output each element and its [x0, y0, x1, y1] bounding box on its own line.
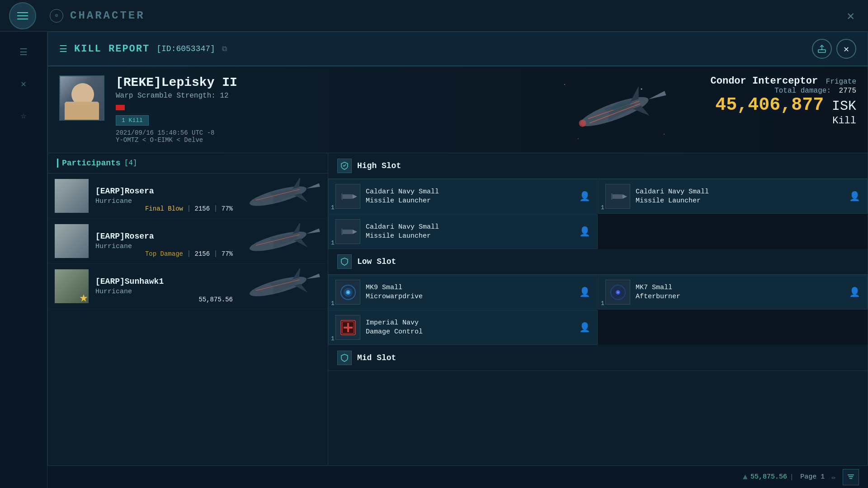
missile-launcher-icon-2 — [605, 184, 630, 209]
damage-label-final-1: Final Blow — [145, 205, 183, 212]
svg-marker-24 — [306, 229, 320, 235]
panel-footer: ▲ 55,875.56 | Page 1 ✏ — [47, 465, 868, 488]
participants-panel: Participants [4] [EARP]Rosera Hurricane — [48, 153, 328, 478]
footer-amount: 55,875.56 — [750, 473, 787, 481]
kill-info-section: [REKE]Lepisky II Warp Scramble Strength:… — [48, 66, 868, 153]
character-icon: ⊙ — [50, 9, 63, 23]
character-title: CHARACTER — [70, 9, 145, 22]
main-panel: ☰ KILL REPORT [ID:6053347] ⧉ ✕ [REKE]Lep… — [47, 32, 868, 488]
pilot-avatar — [59, 75, 104, 121]
missile-icon — [609, 188, 627, 206]
damage-info-3: 55,875.56 — [198, 296, 233, 303]
export-icon — [817, 44, 826, 53]
low-slot-item-name-1: MK9 SmallMicrowarpdrive — [366, 283, 574, 301]
high-slot-item-name-1: Caldari Navy SmallMissile Launcher — [366, 188, 574, 205]
participant-ship-silhouette-1 — [235, 178, 321, 214]
svg-rect-57 — [344, 327, 353, 328]
participants-count: [4] — [124, 159, 137, 167]
svg-marker-31 — [306, 274, 320, 281]
avatar-image-female-2 — [55, 224, 89, 258]
low-slot-item-name-3: Imperial NavyDamage Control — [366, 319, 574, 336]
participant-avatar-3 — [55, 269, 89, 303]
character-nav: ⊙ CHARACTER — [50, 9, 145, 23]
export-button[interactable] — [812, 39, 832, 59]
missile-launcher-icon-1 — [335, 184, 360, 209]
total-damage-row: Total damage: 2775 — [711, 87, 856, 95]
low-slot-count-2: 1 — [601, 300, 604, 307]
damage-pct-1: 77% — [222, 205, 233, 212]
svg-point-53 — [617, 291, 619, 293]
damage-info-2: Top Damage | 2156 | 77% — [145, 250, 233, 258]
participant-row: [EARP]Rosera Hurricane Top Dama — [48, 219, 328, 264]
high-slot-icon — [337, 159, 352, 173]
avatar-image-female — [55, 179, 89, 213]
svg-rect-39 — [341, 193, 343, 200]
equipment-item[interactable]: Caldari Navy SmallMissile Launcher 1 👤 — [598, 179, 868, 214]
isk-value: 45,406,877 — [715, 95, 824, 115]
shield-icon — [340, 161, 349, 170]
microwarpdrive-icon — [339, 283, 357, 301]
damage-control-icon — [335, 315, 360, 340]
close-report-button[interactable]: ✕ — [836, 39, 856, 59]
low-slot-count-3: 1 — [331, 335, 335, 342]
copy-icon[interactable]: ⧉ — [222, 45, 227, 53]
sidebar-star-icon[interactable]: ☆ — [12, 104, 35, 127]
sidebar-hamburger-icon[interactable]: ☰ — [12, 41, 35, 63]
kill-report-header: ☰ KILL REPORT [ID:6053347] ⧉ ✕ — [48, 32, 868, 66]
svg-rect-40 — [611, 194, 623, 199]
equipment-item[interactable]: MK9 SmallMicrowarpdrive 1 👤 — [328, 275, 598, 310]
damage-info-1: Final Blow | 2156 | 77% — [145, 205, 233, 213]
equipment-item[interactable]: MK7 SmallAfterburner 1 👤 — [598, 275, 868, 310]
mid-slot-header: Mid Slot — [328, 345, 868, 371]
sidebar-cross-icon[interactable]: ✕ — [12, 72, 35, 95]
svg-rect-37 — [341, 194, 353, 199]
equipment-item[interactable]: Caldari Navy SmallMissile Launcher 1 👤 — [328, 179, 598, 214]
svg-marker-3 — [647, 91, 666, 101]
header-accent-bar — [57, 159, 58, 168]
high-slot-item-name-3: Caldari Navy SmallMissile Launcher — [366, 223, 574, 240]
equipment-item[interactable]: Caldari Navy SmallMissile Launcher 1 👤 — [328, 214, 598, 249]
top-bar: ⊙ CHARACTER ✕ — [0, 0, 868, 32]
svg-point-13 — [664, 134, 665, 135]
filter-button[interactable] — [843, 469, 859, 485]
footer-page: Page 1 — [800, 473, 825, 481]
afterburner-icon — [605, 280, 630, 305]
afterburner-icon-svg — [609, 283, 627, 301]
low-slot-grid: MK9 SmallMicrowarpdrive 1 👤 MK7 Sm — [328, 275, 868, 345]
missile-icon — [339, 188, 357, 206]
svg-marker-41 — [623, 194, 627, 199]
svg-point-12 — [564, 84, 565, 85]
kill-report-title: KILL REPORT — [74, 43, 150, 55]
equipment-item[interactable]: Imperial NavyDamage Control 1 👤 — [328, 310, 598, 345]
armor-icon — [340, 257, 349, 266]
svg-rect-42 — [611, 193, 613, 200]
low-slot-header: Low Slot — [328, 249, 868, 275]
damage-num-2: 2156 — [195, 250, 210, 258]
kill-report-id: [ID:6053347] — [156, 44, 215, 53]
mid-slot-icon — [337, 351, 352, 365]
svg-rect-45 — [341, 229, 343, 235]
mid-icon — [340, 353, 349, 362]
participants-title: Participants — [62, 159, 121, 168]
ship-type: Frigate — [826, 78, 856, 86]
person-icon: 👤 — [849, 191, 860, 202]
pilot-avatar-image — [60, 76, 104, 120]
hamburger-menu-button[interactable] — [9, 2, 36, 29]
edit-page-button[interactable]: ✏ — [831, 473, 836, 482]
damage-pct-2: 77% — [222, 250, 233, 258]
missile-launcher-icon-3 — [335, 219, 360, 244]
high-slot-title: High Slot — [357, 161, 401, 170]
close-top-button[interactable]: ✕ — [847, 8, 854, 23]
svg-marker-17 — [306, 183, 320, 190]
svg-point-15 — [578, 138, 579, 139]
menu-icon: ☰ — [59, 43, 67, 55]
high-slot-count-2: 1 — [601, 204, 604, 211]
kill-report-title-row: ☰ KILL REPORT [ID:6053347] ⧉ — [59, 43, 227, 55]
red-minus-icon — [116, 105, 125, 110]
ship-stats: Condor Interceptor Frigate Total damage:… — [711, 75, 856, 127]
participant-ship-silhouette-3 — [235, 268, 321, 305]
low-slot-item-name-2: MK7 SmallAfterburner — [636, 283, 844, 301]
svg-point-14 — [641, 89, 642, 90]
footer-amount-row: ▲ 55,875.56 | — [743, 473, 793, 482]
low-slot-count-1: 1 — [331, 300, 335, 307]
